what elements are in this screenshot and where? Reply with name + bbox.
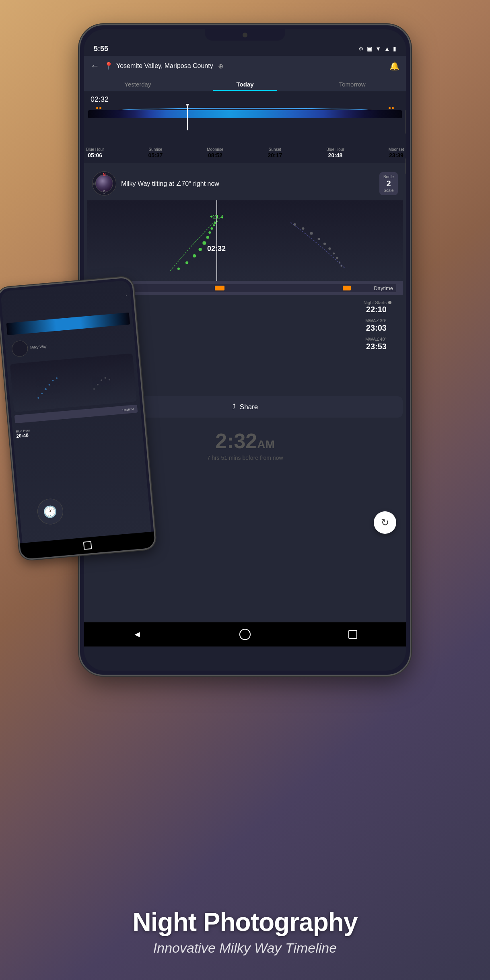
svg-point-5 xyxy=(56,377,58,379)
bortle-label: Bortle xyxy=(383,175,394,179)
timeline-item-moonrise: Moonrise 08:52 xyxy=(207,147,223,159)
timeline-item-moonset: Moonset 23:39 xyxy=(389,147,404,159)
refresh-icon: ↻ xyxy=(381,517,389,528)
location-pin-icon: 📍 xyxy=(104,62,113,70)
location-text: Yosemite Valley, Mariposa County xyxy=(116,62,213,70)
timeline-item-blue-hour-1: Blue Hour 05:06 xyxy=(86,147,104,159)
svg-point-23 xyxy=(302,227,304,230)
volume-button xyxy=(406,110,406,134)
timeline-item-sunrise: Sunrise 05:37 xyxy=(148,147,163,159)
phone-notch xyxy=(205,29,285,41)
timeline-bar xyxy=(84,106,406,134)
battery-icon: ▮ xyxy=(393,45,396,52)
signal-icon: ▲ xyxy=(384,45,390,52)
share-icon: ⤴ xyxy=(232,403,236,411)
svg-point-26 xyxy=(323,243,326,245)
bortle-number: 2 xyxy=(383,179,394,188)
mw-title: Milky Way tilting at ∠70° right now xyxy=(121,180,375,187)
camera-dot xyxy=(243,33,247,37)
svg-point-6 xyxy=(93,388,95,390)
svg-point-25 xyxy=(318,238,320,240)
compass-s-label: S xyxy=(103,190,106,194)
back-button[interactable]: ← xyxy=(91,61,99,71)
app-header: ← 📍 Yosemite Valley, Mariposa County ⊕ 🔔 xyxy=(84,56,406,76)
svg-point-8 xyxy=(101,379,102,381)
svg-point-9 xyxy=(104,377,106,379)
svg-point-14 xyxy=(198,248,202,251)
svg-point-19 xyxy=(213,224,215,226)
sim-icon: ▣ xyxy=(367,45,372,52)
timeline-labels: Blue Hour 05:06 Sunrise 05:37 Moonrise 0… xyxy=(84,147,406,159)
status-time: 5:55 xyxy=(94,45,108,53)
app-subtitle: Innovative Milky Way Timeline xyxy=(0,940,490,956)
compass-icon[interactable]: ⊕ xyxy=(218,62,223,70)
svg-point-20 xyxy=(214,222,216,224)
svg-point-22 xyxy=(294,223,296,226)
status-bar: 5:55 ⚙ ▣ ▼ ▲ ▮ xyxy=(84,41,406,56)
night-times-right: Night Starts 22:10 MWA∠30° 23:03 MWA∠40°… xyxy=(245,300,399,388)
svg-text:+21.4: +21.4 xyxy=(210,214,223,220)
daytime-label: Daytime xyxy=(374,285,393,291)
bell-icon[interactable]: 🔔 xyxy=(389,61,399,71)
nav-back-button[interactable]: ◄ xyxy=(133,629,142,640)
bottom-nav: ◄ xyxy=(84,622,406,646)
svg-point-1 xyxy=(41,393,43,394)
wifi-icon: ▼ xyxy=(375,45,381,52)
mw-visualization: +21.4 02:32 xyxy=(87,200,403,281)
svg-point-18 xyxy=(210,227,213,230)
timeline-current-time: 02:32 xyxy=(84,95,406,104)
ampm: AM xyxy=(257,438,275,451)
bottom-text-section: Night Photography Innovative Milky Way T… xyxy=(0,907,490,956)
home-circle-icon xyxy=(239,629,251,640)
svg-point-4 xyxy=(52,380,54,381)
mw-header: N S m Milky Way tilting at ∠70° right no… xyxy=(87,167,403,200)
bortle-scale: Scale xyxy=(383,188,394,193)
night-time-night-starts: Night Starts 22:10 xyxy=(364,300,391,314)
nav-home-button[interactable] xyxy=(239,629,251,640)
timeline-item-blue-hour-2: Blue Hour 20:48 xyxy=(326,147,344,159)
timeline-band xyxy=(88,110,402,118)
compass-m-left-label: m xyxy=(93,181,97,185)
svg-point-11 xyxy=(177,268,180,270)
svg-point-10 xyxy=(109,379,110,380)
timeline-item-sunset: Sunset 20:17 xyxy=(268,147,282,159)
recent-square-icon xyxy=(348,630,357,639)
share-text: Share xyxy=(240,403,258,411)
svg-point-27 xyxy=(328,247,331,250)
refresh-button[interactable]: ↻ xyxy=(374,511,396,534)
mw-compass: N S m xyxy=(92,171,116,196)
svg-point-15 xyxy=(202,241,206,245)
tab-tomorrow[interactable]: Tomorrow xyxy=(299,76,406,91)
tab-today[interactable]: Today xyxy=(191,76,299,91)
svg-point-24 xyxy=(310,232,313,235)
settings-icon: ⚙ xyxy=(358,45,364,52)
nav-recent-button[interactable] xyxy=(348,630,357,639)
timeline-indicator xyxy=(187,106,188,130)
bortle-badge: Bortle 2 Scale xyxy=(379,172,398,195)
timeline-section: 02:32 xyxy=(84,91,406,163)
mw-time-label: 02:32 xyxy=(207,245,226,253)
svg-point-12 xyxy=(185,261,188,264)
night-time-mwa40: MWA∠40° 23:53 xyxy=(365,337,391,351)
svg-point-17 xyxy=(208,231,211,234)
location-container: 📍 Yosemite Valley, Mariposa County ⊕ xyxy=(104,62,385,70)
status-icons: ⚙ ▣ ▼ ▲ ▮ xyxy=(358,45,396,52)
svg-point-0 xyxy=(37,397,39,399)
app-title: Night Photography xyxy=(0,907,490,937)
svg-point-7 xyxy=(97,384,99,385)
svg-point-2 xyxy=(45,388,47,390)
svg-point-28 xyxy=(333,253,335,255)
dot-night-starts xyxy=(388,301,391,304)
svg-point-13 xyxy=(193,254,196,257)
night-time-mwa30: MWA∠30° 23:03 xyxy=(365,318,391,333)
tab-bar: Yesterday Today Tomorrow xyxy=(84,76,406,91)
svg-point-3 xyxy=(48,384,50,385)
power-button xyxy=(406,158,406,174)
background-phone: t Milky Way xyxy=(0,276,156,560)
compass-n-label: N xyxy=(103,173,105,177)
svg-point-29 xyxy=(336,257,338,259)
svg-point-16 xyxy=(206,236,209,239)
tab-yesterday[interactable]: Yesterday xyxy=(84,76,191,91)
daytime-bar: Daytime xyxy=(87,281,403,295)
